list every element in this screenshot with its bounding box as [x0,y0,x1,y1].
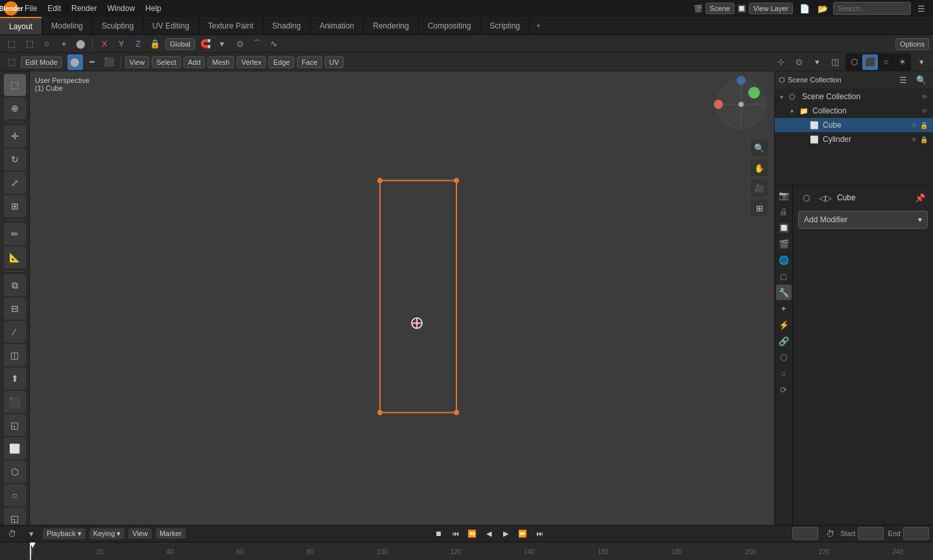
marker-menu-btn[interactable]: Marker [156,528,185,539]
timeline-editor-expand-icon[interactable]: ▾ [23,526,39,541]
props-physics-icon[interactable]: ⚡ [776,317,792,332]
menu-window[interactable]: Window [103,3,139,14]
outliner-item-scene-collection[interactable]: ▾ ⬡ Scene Collection 👁 [775,89,933,104]
timeline-editor-icon[interactable]: ⏱ [4,526,19,541]
face-mode-icon[interactable]: ⬛ [101,54,117,70]
viewport-overlay-options[interactable]: ▾ [809,54,825,70]
hide-icon[interactable]: 👁 [921,93,928,100]
tab-uv-editing[interactable]: UV Editing [143,17,199,34]
tab-scripting[interactable]: Scripting [480,17,530,34]
stop-button[interactable]: ⏹ [431,526,445,541]
cube-hide-icon[interactable]: 👁 [911,122,917,129]
props-particles-icon[interactable]: ✦ [776,301,792,316]
collection-hide-icon[interactable]: 👁 [921,108,928,115]
edit-mode-dropdown[interactable]: Edit Mode [21,56,62,68]
new-file-icon[interactable]: 📄 [797,1,812,16]
open-file-icon[interactable]: 📂 [815,1,831,16]
grid-view-icon[interactable]: ⊞ [751,200,768,216]
search-input[interactable] [833,2,911,15]
cube-restrict-icon[interactable]: 🔒 [920,122,928,129]
camera-view-icon[interactable]: 🎥 [751,180,768,196]
z-axis-icon[interactable]: Z [130,36,146,52]
proportional-edit-icon[interactable]: ⊙ [233,36,248,52]
tab-shading[interactable]: Shading [263,17,311,34]
outliner-filter-icon[interactable]: ☰ [895,72,911,88]
clock-icon[interactable]: ⏱ [822,526,838,541]
select-extra-icon[interactable]: ⬤ [73,36,88,52]
navigation-gizmo[interactable] [712,75,770,134]
snap-icon[interactable]: 🧲 [198,36,213,52]
tool-inset[interactable]: ◱ [4,414,26,436]
viewport-overlay-toggle[interactable]: ⊙ [791,54,807,70]
shading-options-icon[interactable]: ▾ [914,54,929,70]
blender-logo-icon[interactable]: Blender [4,1,18,16]
props-constraints-icon[interactable]: 🔗 [776,333,792,349]
add-menu-btn[interactable]: Add [183,56,206,68]
tool-rotate[interactable]: ↻ [4,148,26,170]
outliner-item-collection[interactable]: ▾ 📁 Collection 👁 [775,104,933,118]
add-modifier-button[interactable]: Add Modifier ▾ [798,211,928,229]
props-modifier-icon[interactable]: 🔧 [776,285,792,300]
tool-smooth[interactable]: ○ [4,484,26,506]
tool-transform[interactable]: ⊞ [4,195,26,217]
menu-file[interactable]: File [21,3,41,14]
mode-editor-icon[interactable]: ⬚ [4,54,19,70]
edge-menu-btn[interactable]: Edge [268,56,294,68]
props-driver-icon[interactable]: ⟳ [776,382,792,397]
mesh-menu-btn[interactable]: Mesh [207,56,234,68]
tool-loop-cut[interactable]: ⧉ [4,274,26,296]
tab-animation[interactable]: Animation [311,17,364,34]
uv-menu-btn[interactable]: UV [325,56,344,68]
viewport-gizmo-toggle[interactable]: ⊹ [773,54,788,70]
step-forward-button[interactable]: ⏩ [515,526,530,541]
tool-shear[interactable]: ◱ [4,508,26,525]
outliner-search-icon[interactable]: 🔍 [914,72,929,88]
tool-scale[interactable]: ⤢ [4,172,26,194]
x-axis-icon[interactable]: X [97,36,112,52]
axis-lock-icon[interactable]: 🔒 [147,36,163,52]
tool-extrude-manifold[interactable]: ⬛ [4,391,26,413]
cylinder-restrict-icon[interactable]: 🔒 [920,136,928,143]
tab-rendering[interactable]: Rendering [364,17,418,34]
tool-offset-edge-loop[interactable]: ⊟ [4,298,26,320]
pan-icon[interactable]: ✋ [751,159,768,176]
menu-edit[interactable]: Edit [43,3,65,14]
props-nav-icon[interactable]: ◁▷ [818,190,833,205]
tool-bridge[interactable]: ⬡ [4,461,26,483]
scene-selector[interactable]: Scene [705,3,735,14]
tool-annotate[interactable]: ✏ [4,223,26,245]
proportional-type-icon[interactable]: ⌒ [250,36,265,52]
tool-cursor[interactable]: ⊕ [4,97,26,119]
props-render-icon[interactable]: 📷 [776,187,792,203]
select-menu-btn[interactable]: Select [152,56,181,68]
tab-texture-paint[interactable]: Texture Paint [199,17,263,34]
tab-modeling[interactable]: Modeling [42,17,93,34]
vertex-menu-btn[interactable]: Vertex [237,56,266,68]
start-frame-input[interactable]: 1 [858,527,884,540]
snap-options-icon[interactable]: ▾ [215,36,230,52]
filter-icon[interactable]: ☰ [914,1,929,16]
solid-shade-icon[interactable]: ⬛ [862,54,878,70]
play-forward-button[interactable]: ▶ [499,526,513,541]
xray-toggle[interactable]: ◫ [827,54,843,70]
select-circle-icon[interactable]: ○ [39,36,54,52]
zoom-icon[interactable]: 🔍 [751,139,768,156]
editor-type-icon[interactable]: ⬚ [4,36,19,52]
props-material-icon[interactable]: ○ [776,366,792,381]
tool-select-box[interactable]: ⬚ [4,74,26,96]
view-menu-btn-tl[interactable]: View [128,528,152,539]
tool-bisect[interactable]: ◫ [4,344,26,366]
tab-compositing[interactable]: Compositing [419,17,481,34]
props-view-layer-icon[interactable]: 🔲 [776,220,792,235]
select-lasso-icon[interactable]: ⌖ [56,36,71,52]
edge-mode-icon[interactable]: ━ [84,54,100,70]
proportional-size-icon[interactable]: ∿ [266,36,282,52]
props-scene-icon[interactable]: 🎬 [776,236,792,251]
playback-menu-btn[interactable]: Playback ▾ [43,528,86,539]
view-layer-selector[interactable]: View Layer [749,3,793,14]
vertex-mode-icon[interactable]: ⬤ [67,54,83,70]
end-frame-input[interactable]: 250 [903,527,929,540]
transform-orientation-dropdown[interactable]: Global [165,38,195,50]
view-menu-btn[interactable]: View [125,56,150,68]
tab-sculpting[interactable]: Sculpting [93,17,143,34]
